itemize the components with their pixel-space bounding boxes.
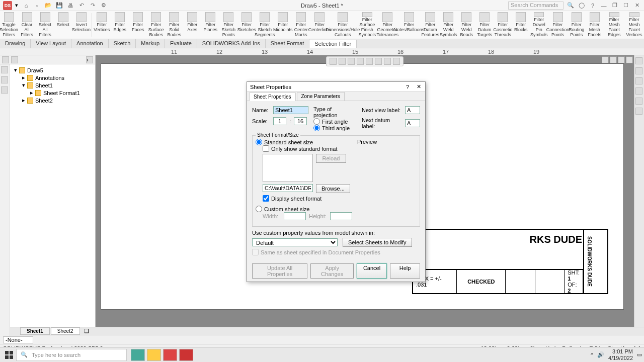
rotate-icon[interactable] [348,58,355,65]
taskbar-app-icon[interactable] [147,349,161,361]
ribbon-filter-meshfacets[interactable]: Filter Mesh Facets [586,11,604,39]
ribbon-filter-meshverts[interactable]: Filter Mesh Facet Vertices [625,11,644,39]
ribbon-filter-axes[interactable]: Filter Axes [184,11,202,39]
taskpane-icon[interactable] [635,108,642,115]
ribbon-filter-meshedges[interactable]: Filter Mesh Facet Edges [604,11,625,39]
cancel-button[interactable]: Cancel [357,263,387,279]
ribbon-filter-faces[interactable]: Filter Faces [129,11,147,39]
taskpane-icon[interactable] [635,57,642,64]
sidebar-tab-icon[interactable] [11,56,18,63]
tray-chevron-icon[interactable]: ^ [591,352,593,358]
tree-sheet2[interactable]: ▸Sheet2 [12,97,93,104]
ribbon-filter-cmarks[interactable]: Filter Center Marks [292,11,310,39]
ribbon-filter-solid[interactable]: Filter Solid Bodies [166,11,184,39]
tray-clock[interactable]: 3:01 PM 4/19/2022 [608,348,633,360]
search-commands-input[interactable]: Search Commands [508,2,564,10]
dialog-tab-zone[interactable]: Zone Parameters [297,92,345,101]
taskpane-icon[interactable] [635,87,642,95]
first-angle-radio[interactable] [313,118,320,125]
tab-annotation[interactable]: Annotation [71,39,109,48]
tab-sheet-format[interactable]: Sheet Format [266,39,310,48]
taskbar-app-icon[interactable] [131,349,145,361]
tab-drawing[interactable]: Drawing [0,39,31,48]
sidebar-nav-icon[interactable] [1,76,8,83]
help-icon[interactable]: ? [589,2,597,10]
restore-icon[interactable]: ❐ [611,2,619,10]
dialog-close-icon[interactable]: ✕ [415,83,422,90]
view-icon[interactable] [384,58,391,65]
format-listbox[interactable] [263,154,313,182]
scale-b-input[interactable] [294,117,307,125]
scale-a-input[interactable] [273,117,286,125]
format-path-input[interactable] [263,184,313,192]
ribbon-filter-weldbead[interactable]: Filter Weld Beads [458,11,476,39]
next-datum-input[interactable] [405,119,420,127]
taskpane-icon[interactable] [635,98,642,105]
ribbon-filter-dims[interactable]: Filter Dimensions/Hole Callouts [330,11,356,39]
view-icon[interactable] [375,58,382,65]
help-button[interactable]: Help [390,263,420,279]
ribbon-select-all-filters[interactable]: Select All Filters [36,11,54,39]
redo-icon[interactable]: ↷ [89,2,97,10]
std-size-radio[interactable] [256,139,262,145]
sheet-tab-1[interactable]: Sheet1 [20,327,50,335]
maximize-icon[interactable]: ☐ [622,2,630,10]
dialog-tab-sheet-props[interactable]: Sheet Properties [249,93,296,101]
ribbon-filter-blocks[interactable]: Filter Blocks [512,11,530,39]
add-sheet-icon[interactable]: ❏ [81,328,92,334]
pan-icon[interactable] [339,58,346,65]
tree-sheet-format1[interactable]: ▸Sheet Format1 [12,89,93,97]
window-close-icon[interactable] [626,56,633,63]
reload-button[interactable]: Reload [316,154,346,163]
ribbon-filter-skpoints[interactable]: Filter Sketch Points [220,11,238,39]
taskpane-icon[interactable] [635,67,642,74]
zoom-icon[interactable] [330,58,337,65]
only-std-checkbox[interactable] [263,145,269,152]
tab-view-layout[interactable]: View Layout [31,39,71,48]
ribbon-filter-routepts[interactable]: Filter Routing Points [568,11,586,39]
ribbon-filter-sksegs[interactable]: Filter Sketch Segments [256,11,274,39]
tray-notifications-icon[interactable]: ▭ [637,351,642,358]
tab-selection-filter[interactable]: Selection Filter [309,40,357,48]
sidebar-tab-icon[interactable] [2,56,9,63]
ribbon-filter-vertices[interactable]: Filter Vertices [93,11,111,39]
ribbon-toggle-filters[interactable]: Toggle Selection Filters [0,11,18,39]
ribbon-select[interactable]: Select [54,11,72,39]
display-format-checkbox[interactable] [263,195,269,202]
ribbon-filter-datumtgt[interactable]: Filter Datum Targets [476,11,494,39]
gear-icon[interactable]: ⚙ [100,2,108,10]
ribbon-filter-connpts[interactable]: Filter Connection Points [548,11,568,39]
ribbon-filter-notes[interactable]: Filter Notes/Balloons [397,11,421,39]
menu-caret-icon[interactable]: ▾ [15,2,18,9]
tree-annotations[interactable]: ▸Annotations [12,74,93,81]
view-icon[interactable] [357,58,364,65]
taskbar-app-icon[interactable] [179,349,193,361]
taskpane-icon[interactable] [635,77,642,84]
sidebar-expand-icon[interactable]: › [86,56,93,63]
custom-size-radio[interactable] [256,206,262,212]
tab-markup[interactable]: Markup [136,39,165,48]
tree-root[interactable]: ▾Draw5 [12,66,93,74]
ribbon-filter-edges[interactable]: Filter Edges [111,11,129,39]
open-icon[interactable]: 📂 [44,2,52,10]
start-button[interactable] [2,349,16,361]
home-icon[interactable]: ⌂ [22,2,30,10]
tree-sheet1[interactable]: ▾Sheet1 [12,81,93,89]
tab-sketch[interactable]: Sketch [109,39,136,48]
taskbar-search[interactable]: 🔍 Type here to search [16,349,127,361]
model-select[interactable]: Default [252,238,338,246]
ribbon-filter-surface[interactable]: Filter Surface Bodies [147,11,166,39]
new-icon[interactable]: ▫ [33,2,41,10]
ribbon-filter-planes[interactable]: Filter Planes [202,11,220,39]
tab-evaluate[interactable]: Evaluate [165,39,197,48]
dialog-help-icon[interactable]: ? [404,83,411,90]
ribbon-filter-cosmetic[interactable]: Filter Cosmetic Threads [494,11,512,39]
ribbon-filter-dowel[interactable]: Filter Dowel Pin Symbols [530,11,548,39]
sidebar-nav-icon[interactable] [1,86,8,94]
update-props-button[interactable]: Update All Properties [252,263,307,279]
save-icon[interactable]: 💾 [55,2,63,10]
tab-addins[interactable]: SOLIDWORKS Add-Ins [197,39,266,48]
ribbon-filter-weldsym[interactable]: Filter Weld Symbols [440,11,458,39]
user-icon[interactable]: ◯ [578,2,586,10]
print-icon[interactable]: 🖶 [66,2,74,10]
